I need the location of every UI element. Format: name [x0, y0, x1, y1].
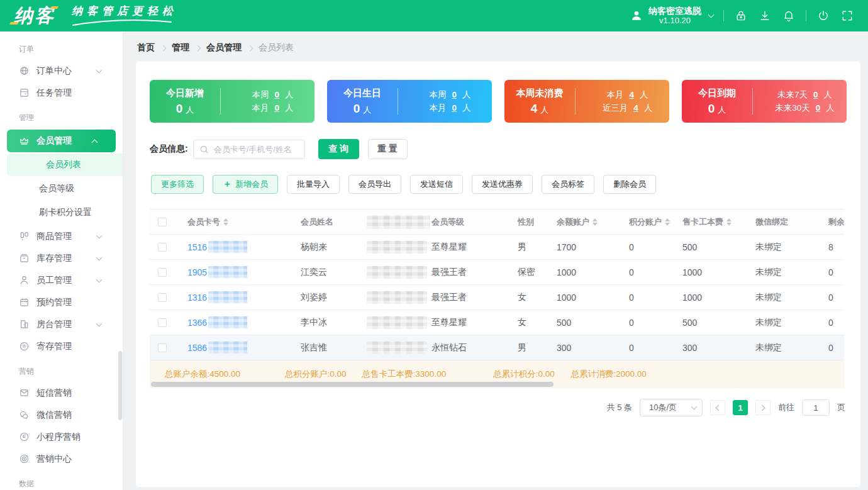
stat-card-expire-today[interactable]: 今日到期 0人 未来7天0人 未来30天0人	[682, 80, 847, 123]
table-row[interactable]: 1905 江奕云 最强王者 保密 1000 0 1000 未绑定 0	[150, 260, 844, 285]
delete-member-button[interactable]: 删除会员	[603, 175, 656, 194]
globe-icon	[19, 65, 30, 76]
stat-unit: 人	[718, 105, 726, 114]
member-export-button[interactable]: 会员导出	[348, 175, 401, 194]
next-page-button[interactable]	[755, 400, 771, 415]
member-search-input[interactable]	[193, 140, 305, 159]
sidebar-scrollbar-thumb[interactable]	[118, 351, 122, 420]
sidebar-item-label: 预约管理	[36, 297, 72, 308]
sidebar-item-miniprogram-marketing[interactable]: 小程序营销	[0, 426, 123, 448]
row-checkbox[interactable]	[158, 293, 167, 302]
sidebar-item-inventory[interactable]: 库存管理	[0, 247, 123, 269]
sidebar-item-marketing-center[interactable]: 营销中心	[0, 448, 123, 470]
card-number-link[interactable]: 1366	[187, 318, 207, 328]
sidebar-item-sms-marketing[interactable]: 短信营销	[0, 382, 123, 404]
sidebar-subitem-card-points[interactable]: 刷卡积分设置	[0, 201, 123, 224]
sidebar-item-staff[interactable]: 员工管理	[0, 269, 123, 291]
power-icon[interactable]	[816, 9, 830, 23]
card-fee: 500	[681, 242, 750, 252]
stat-sub-value[interactable]: 0	[813, 90, 818, 99]
redacted-phone	[367, 266, 427, 279]
stat-sub-value[interactable]: 0	[816, 103, 821, 113]
more-filter-button[interactable]: 更多筛选	[151, 175, 204, 194]
breadcrumb-member-management[interactable]: 会员管理	[206, 42, 242, 53]
sidebar-item-task[interactable]: 任务管理	[0, 82, 123, 104]
fullscreen-icon[interactable]	[840, 9, 854, 23]
sidebar-item-goods[interactable]: 商品管理	[0, 225, 123, 247]
points: 0	[613, 292, 681, 303]
lock-icon[interactable]	[734, 9, 748, 23]
topbar-right: 纳客密室逃脱 v1.10.20	[630, 6, 854, 26]
card-number-link[interactable]: 1905	[187, 267, 207, 277]
sidebar-item-label: 任务管理	[36, 87, 72, 99]
sidebar-subitem-member-list[interactable]: 会员列表	[7, 153, 123, 176]
stat-sub-value[interactable]: 0	[274, 103, 279, 113]
current-page-button[interactable]: 1	[733, 400, 748, 415]
row-checkbox[interactable]	[158, 318, 167, 327]
stat-card-no-consume-week[interactable]: 本周未消费 4人 本月4人 近三月4人	[504, 80, 669, 123]
stat-sub-label: 本月	[606, 90, 623, 99]
card-number-link[interactable]: 1316	[187, 292, 207, 303]
gender: 保密	[500, 267, 547, 278]
sort-icon[interactable]	[593, 218, 598, 226]
box-icon	[19, 253, 30, 264]
sidebar-item-member-management[interactable]: 会员管理	[7, 130, 116, 152]
sidebar-subitem-member-level[interactable]: 会员等级	[0, 177, 123, 200]
horizontal-scrollbar-thumb[interactable]	[151, 382, 554, 387]
breadcrumb-management[interactable]: 管理	[172, 42, 189, 53]
sidebar-item-order-center[interactable]: 订单中心	[0, 60, 123, 82]
redacted-phone	[367, 342, 427, 354]
card-number-link[interactable]: 1586	[187, 343, 207, 353]
chevron-down-icon	[708, 12, 715, 18]
breadcrumb-home[interactable]: 首页	[137, 42, 155, 53]
batch-import-button[interactable]: 批量导入	[287, 175, 340, 194]
sidebar-item-storage[interactable]: 寄 寄存管理	[0, 335, 123, 357]
stat-sub-value[interactable]: 0	[274, 90, 279, 99]
member-tags-button[interactable]: 会员标签	[542, 175, 594, 194]
select-all-checkbox[interactable]	[158, 218, 167, 226]
stat-sub-value[interactable]: 0	[452, 90, 457, 99]
account-menu[interactable]: 纳客密室逃脱 v1.10.20	[630, 6, 713, 26]
search-button[interactable]: 查 询	[318, 139, 359, 159]
member-level: 最强王者	[430, 292, 500, 303]
sidebar-item-room[interactable]: 房台管理	[0, 313, 123, 335]
card-number-link[interactable]: 1516	[187, 242, 207, 252]
sort-icon[interactable]	[726, 218, 732, 226]
row-checkbox[interactable]	[158, 268, 167, 277]
page-size-select[interactable]: 10条/页	[640, 399, 703, 416]
sort-icon[interactable]	[665, 218, 670, 226]
stat-value: 0	[353, 102, 360, 115]
table-row[interactable]: 1316 刘姿婷 最强王者 女 1000 0 1000 未绑定 0	[150, 285, 844, 310]
reset-button[interactable]: 重 置	[368, 139, 408, 159]
sidebar-item-booking[interactable]: 预约管理	[0, 291, 123, 313]
row-checkbox[interactable]	[158, 243, 167, 252]
points: 0	[613, 267, 681, 277]
stat-unit: 人	[363, 105, 371, 114]
stat-left: 今日到期 0人	[682, 87, 752, 116]
table-row[interactable]: 1366 李中冰 至尊星耀 女 500 0 500 未绑定 0	[150, 310, 844, 335]
add-member-button[interactable]: ＋新增会员	[213, 175, 278, 194]
sort-icon[interactable]	[223, 218, 228, 226]
send-coupon-button[interactable]: 发送优惠券	[472, 175, 533, 194]
col-points: 积分账户	[629, 216, 662, 228]
table-row[interactable]: 1516 杨朝来 至尊星耀 男 1700 0 500 未绑定 8	[150, 235, 844, 260]
prev-page-button[interactable]	[710, 400, 725, 415]
target-icon	[19, 454, 30, 464]
stat-sub-value[interactable]: 4	[633, 103, 638, 113]
card-fee: 300	[681, 343, 750, 353]
topbar: 纳客 纳客管店更轻松 纳客密室逃脱 v1.10.20	[0, 0, 868, 31]
plus-icon: ＋	[223, 179, 231, 190]
stat-sub-value[interactable]: 4	[629, 90, 634, 99]
send-sms-button[interactable]: 发送短信	[410, 175, 463, 194]
stat-card-new-today[interactable]: 今日新增 0人 本周0人 本月0人	[150, 80, 314, 123]
stat-card-birthday-today[interactable]: 今日生日 0人 本周0人 本月0人	[327, 80, 492, 123]
gender: 男	[500, 242, 547, 253]
stat-cards-row: 今日新增 0人 本周0人 本月0人 今日生日 0人	[136, 62, 860, 123]
row-checkbox[interactable]	[158, 343, 167, 352]
table-row[interactable]: 1586 张吉惟 永恒钻石 男 300 0 300 未绑定 0	[150, 335, 844, 360]
goto-page-input[interactable]	[802, 399, 830, 416]
download-icon[interactable]	[758, 9, 772, 23]
bell-icon[interactable]	[782, 9, 796, 23]
sidebar-item-wechat-marketing[interactable]: 微信营销	[0, 404, 123, 426]
stat-sub-value[interactable]: 0	[452, 103, 457, 113]
